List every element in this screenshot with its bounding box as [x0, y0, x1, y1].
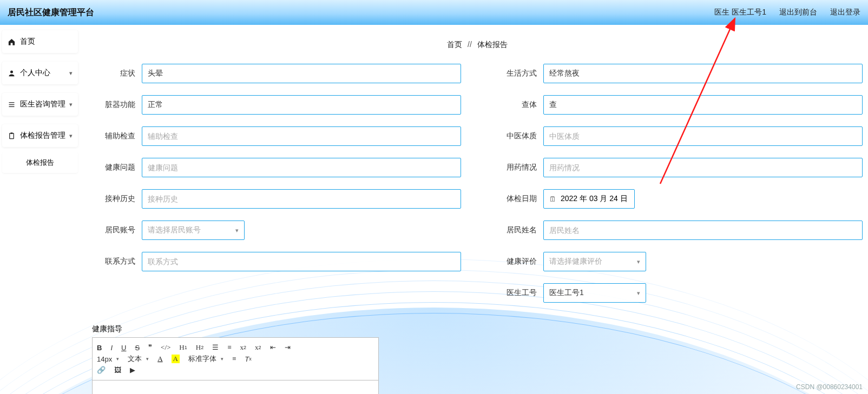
fontsize-select[interactable]: 14px▾ [97, 355, 119, 363]
calendar-icon: 🗓 [549, 195, 556, 203]
form-left-column: 症状 脏器功能 辅助检查 健康问题 接种历史 居民账号 请选择居民账号 ▾ 联系… [92, 64, 461, 315]
input-body[interactable] [543, 95, 863, 115]
app-title: 居民社区健康管理平台 [8, 7, 94, 18]
breadcrumb-sep: // [468, 40, 472, 49]
editor-body[interactable] [92, 380, 379, 394]
label-drug: 用药情况 [494, 163, 537, 172]
list-icon [8, 101, 16, 109]
label-eval: 健康评价 [494, 257, 537, 266]
ol-button[interactable]: ☰ [212, 343, 219, 352]
label-lifestyle: 生活方式 [494, 69, 537, 78]
sidebar-item-report-mgmt[interactable]: 体检报告管理 ▾ [2, 124, 78, 147]
home-icon [8, 38, 16, 46]
svg-rect-3 [11, 132, 13, 134]
chevron-down-icon: ▾ [69, 70, 73, 77]
form-right-column: 生活方式 查体 中医体质 用药情况 体检日期 🗓 2022 年 03 月 24 … [494, 64, 863, 315]
sidebar: 首页 个人中心 ▾ 医生咨询管理 ▾ 体检报告管理 ▾ 体检报告 [0, 25, 81, 181]
chevron-down-icon: ▾ [69, 132, 73, 139]
breadcrumb-home[interactable]: 首页 [447, 40, 462, 49]
bgcolor-button[interactable]: A [172, 355, 180, 363]
ul-button[interactable]: ≡ [227, 343, 231, 352]
code-button[interactable]: </> [161, 343, 170, 352]
header-actions: 医生 医生工号1 退出到前台 退出登录 [714, 8, 860, 17]
input-drug[interactable] [543, 158, 863, 177]
input-issue[interactable] [142, 158, 461, 177]
svg-point-1 [10, 70, 13, 73]
sidebar-item-label: 医生咨询管理 [20, 99, 65, 109]
label-body: 查体 [494, 100, 537, 110]
sidebar-item-home[interactable]: 首页 [2, 30, 78, 53]
user-label[interactable]: 医生 医生工号1 [714, 8, 766, 17]
outdent-button[interactable]: ⇥ [285, 343, 291, 352]
select-docid[interactable]: 医生工号1 ▾ [543, 283, 646, 303]
align-button[interactable]: ≡ [232, 355, 236, 363]
clearformat-button[interactable]: Tx [245, 355, 251, 363]
label-organ: 脏器功能 [92, 100, 135, 110]
input-contact[interactable] [142, 252, 461, 271]
user-icon [8, 69, 16, 77]
breadcrumb: 首页 // 体检报告 [92, 40, 863, 50]
label-account: 居民账号 [92, 225, 135, 235]
strike-button[interactable]: S [135, 344, 140, 352]
input-lifestyle[interactable] [543, 64, 863, 83]
video-button[interactable]: ▶ [130, 366, 135, 375]
date-value: 2022 年 03 月 24 日 [561, 194, 628, 204]
watermark: CSDN @00860234001 [796, 383, 863, 391]
h2-button[interactable]: H2 [196, 343, 203, 352]
input-date[interactable]: 🗓 2022 年 03 月 24 日 [543, 189, 635, 209]
label-tcm: 中医体质 [494, 131, 537, 141]
input-symptom[interactable] [142, 64, 461, 83]
label-vaccine: 接种历史 [92, 194, 135, 204]
link-button[interactable]: 🔗 [97, 366, 106, 375]
label-aux: 辅助检查 [92, 131, 135, 141]
sidebar-item-consult[interactable]: 医生咨询管理 ▾ [2, 93, 78, 116]
breadcrumb-current: 体检报告 [477, 40, 508, 49]
select-account[interactable]: 请选择居民账号 ▾ [142, 221, 245, 240]
input-organ[interactable] [142, 95, 461, 115]
sidebar-item-label: 体检报告 [26, 158, 54, 166]
label-date: 体检日期 [494, 194, 537, 204]
sidebar-item-label: 首页 [20, 37, 35, 46]
logout-button[interactable]: 退出登录 [830, 8, 860, 17]
subscript-button[interactable]: x2 [240, 343, 247, 352]
sidebar-item-personal[interactable]: 个人中心 ▾ [2, 62, 78, 84]
chevron-down-icon: ▾ [637, 290, 640, 297]
image-button[interactable]: 🖼 [114, 366, 121, 375]
sidebar-subitem-report[interactable]: 体检报告 [2, 152, 78, 173]
italic-button[interactable]: I [110, 344, 113, 352]
chevron-down-icon: ▾ [637, 258, 640, 265]
svg-rect-2 [10, 133, 14, 138]
label-symptom: 症状 [92, 69, 135, 78]
chevron-down-icon: ▾ [235, 227, 239, 234]
input-vaccine[interactable] [142, 189, 461, 209]
sidebar-item-label: 个人中心 [20, 68, 50, 78]
bold-button[interactable]: B [97, 344, 102, 352]
select-eval[interactable]: 请选择健康评价 ▾ [543, 252, 646, 271]
label-name: 居民姓名 [494, 225, 537, 235]
fontcolor-button[interactable]: A [157, 355, 162, 363]
label-contact: 联系方式 [92, 257, 135, 266]
h1-button[interactable]: H1 [179, 343, 187, 352]
header: 居民社区健康管理平台 医生 医生工号1 退出到前台 退出登录 [0, 0, 868, 25]
font-select[interactable]: 标准字体▾ [188, 354, 223, 364]
editor-section: 健康指导 B I U S ❞ </> H1 H2 ☰ ≡ x2 x2 ⇤ ⇥ 1… [92, 324, 863, 394]
label-docid: 医生工号 [494, 288, 537, 298]
input-aux[interactable] [142, 126, 461, 146]
chevron-down-icon: ▾ [69, 101, 73, 108]
label-issue: 健康问题 [92, 163, 135, 172]
input-name[interactable] [543, 221, 863, 240]
input-tcm[interactable] [543, 126, 863, 146]
main-content: 首页 // 体检报告 症状 脏器功能 辅助检查 健康问题 接种历史 居民账号 请… [87, 25, 868, 394]
sidebar-item-label: 体检报告管理 [20, 131, 65, 141]
label-guidance: 健康指导 [92, 324, 863, 334]
clipboard-icon [8, 132, 16, 140]
style-select[interactable]: 文本▾ [128, 354, 149, 364]
quote-button[interactable]: ❞ [148, 343, 152, 352]
superscript-button[interactable]: x2 [255, 343, 261, 352]
indent-button[interactable]: ⇤ [270, 343, 276, 352]
underline-button[interactable]: U [121, 344, 126, 352]
exit-front-button[interactable]: 退出到前台 [779, 8, 817, 17]
editor-toolbar: B I U S ❞ </> H1 H2 ☰ ≡ x2 x2 ⇤ ⇥ 14px▾ … [92, 337, 379, 380]
